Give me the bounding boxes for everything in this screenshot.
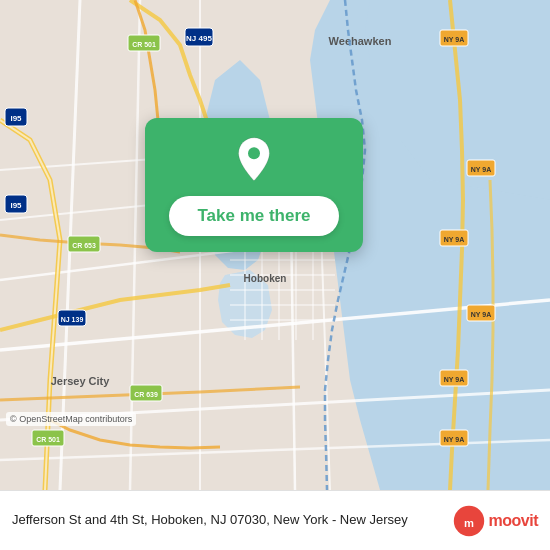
location-pin-icon <box>230 136 278 184</box>
map-attribution: © OpenStreetMap contributors <box>6 412 136 426</box>
svg-text:CR 501: CR 501 <box>36 436 60 443</box>
svg-text:CR 653: CR 653 <box>72 242 96 249</box>
svg-text:NY 9A: NY 9A <box>471 311 492 318</box>
svg-text:NY 9A: NY 9A <box>444 236 465 243</box>
svg-point-58 <box>248 147 260 159</box>
svg-text:NY 9A: NY 9A <box>444 436 465 443</box>
svg-text:I95: I95 <box>10 114 22 123</box>
take-me-there-button[interactable]: Take me there <box>169 196 338 236</box>
svg-text:NY 9A: NY 9A <box>471 166 492 173</box>
svg-text:CR 639: CR 639 <box>134 391 158 398</box>
svg-text:Weehawken: Weehawken <box>329 35 392 47</box>
moovit-brand-text: moovit <box>489 512 538 530</box>
svg-text:I95: I95 <box>10 201 22 210</box>
svg-text:CR 501: CR 501 <box>132 41 156 48</box>
svg-text:NY 9A: NY 9A <box>444 36 465 43</box>
svg-text:m: m <box>464 516 474 528</box>
svg-text:Hoboken: Hoboken <box>244 273 287 284</box>
moovit-logo-icon: m <box>453 505 485 537</box>
svg-text:NJ 495: NJ 495 <box>186 34 212 43</box>
bottom-bar: Jefferson St and 4th St, Hoboken, NJ 070… <box>0 490 550 550</box>
location-card: Take me there <box>145 118 363 252</box>
svg-text:NY 9A: NY 9A <box>444 376 465 383</box>
moovit-logo: m moovit <box>453 505 538 537</box>
svg-text:NJ 139: NJ 139 <box>61 316 84 323</box>
map-container: I95 I95 NJ 495 CR 501 CR 653 NJ 139 CR 6… <box>0 0 550 490</box>
address-text: Jefferson St and 4th St, Hoboken, NJ 070… <box>12 511 453 529</box>
svg-text:Jersey City: Jersey City <box>51 375 111 387</box>
